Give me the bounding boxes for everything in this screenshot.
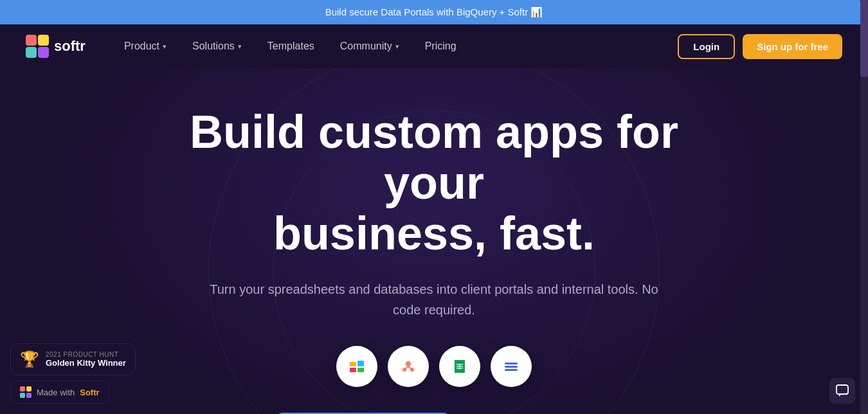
softr-logo-icon [26,35,49,58]
svg-rect-29 [26,393,32,398]
integration-icons [336,346,532,387]
svg-rect-4 [346,356,368,377]
svg-rect-1 [38,35,49,46]
login-button[interactable]: Login [678,34,735,59]
svg-rect-3 [38,47,49,58]
svg-rect-6 [357,361,364,366]
softr-mini-logo [20,386,32,398]
svg-rect-21 [459,364,460,370]
logo-link[interactable]: softr [26,35,86,58]
chat-bubble-icon [835,384,849,398]
svg-rect-27 [26,386,32,392]
made-with-label: Made with [37,388,75,397]
nav-links: Product ▾ Solutions ▾ Templates Communit… [111,25,678,68]
scroll-thumb[interactable] [860,0,868,77]
airtable-icon [336,346,377,387]
softr-brand-label: Softr [80,388,99,397]
logo-text: softr [54,38,86,55]
svg-rect-30 [836,385,848,394]
badge-content: 2021 PRODUCT HUNT Golden Kitty Winner [46,351,126,368]
svg-rect-0 [26,35,37,46]
svg-rect-7 [350,368,356,372]
hubspot-icon [388,346,429,387]
svg-rect-2 [26,47,37,58]
chevron-down-icon: ▾ [163,42,167,51]
scrollbar[interactable] [860,0,868,414]
svg-rect-8 [357,368,364,372]
nav-actions: Login Sign up for free [678,34,842,59]
nav-templates[interactable]: Templates [255,25,327,68]
nav-pricing[interactable]: Pricing [412,25,469,68]
navbar: softr Product ▾ Solutions ▾ Templates Co… [0,24,868,68]
chat-icon[interactable] [829,378,855,404]
chevron-down-icon: ▾ [395,42,399,51]
banner-text: Build secure Data Portals with BigQuery … [325,6,543,17]
trophy-icon: 🏆 [20,350,39,368]
chevron-down-icon: ▾ [238,42,242,51]
hero-title: Build custom apps for your business, fas… [145,107,723,260]
svg-rect-26 [20,386,25,392]
svg-rect-24 [505,366,518,368]
badge-text: Golden Kitty Winner [46,358,126,368]
nav-product[interactable]: Product ▾ [111,25,179,68]
hero-subtitle: Turn your spreadsheets and databases int… [209,279,659,320]
nav-community[interactable]: Community ▾ [327,25,412,68]
svg-rect-23 [505,363,518,364]
svg-rect-28 [20,393,25,398]
svg-point-10 [406,361,411,366]
nav-solutions[interactable]: Solutions ▾ [179,25,255,68]
top-banner[interactable]: Build secure Data Portals with BigQuery … [0,0,868,24]
product-hunt-badge: 🏆 2021 PRODUCT HUNT Golden Kitty Winner [10,343,136,375]
svg-rect-25 [505,369,518,371]
made-with-softr[interactable]: Made with Softr [10,381,109,404]
signup-free-button[interactable]: Sign up for free [743,34,842,59]
smartsuite-icon [491,346,532,387]
google-sheets-icon [439,346,480,387]
svg-rect-5 [350,362,356,366]
badge-year: 2021 PRODUCT HUNT [46,351,126,358]
